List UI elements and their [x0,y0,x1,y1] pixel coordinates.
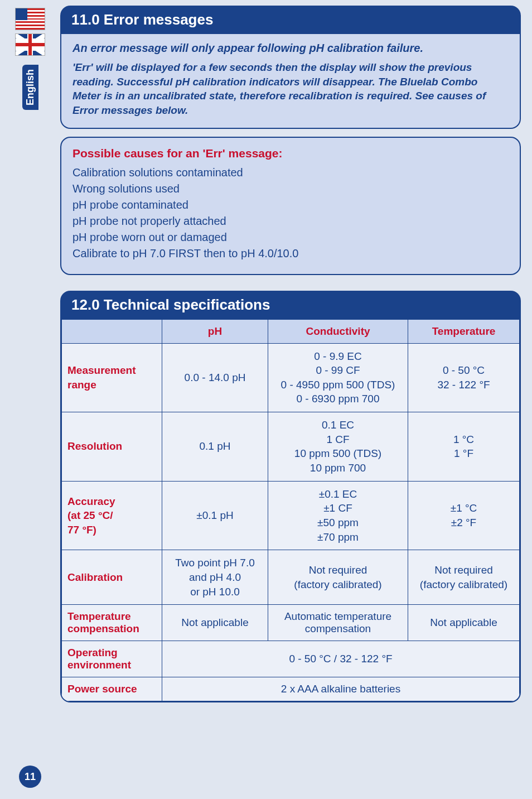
cell: 0.1 EC 1 CF 10 ppm 500 (TDS) 10 ppm 700 [268,412,408,482]
cell: 2 x AAA alkaline batteries [162,677,520,701]
cell: 1 °C 1 °F [408,412,520,482]
col-conductivity: Conductivity [268,319,408,343]
table-row: Calibration Two point pH 7.0 and pH 4.0 … [62,550,520,605]
table-row: Resolution 0.1 pH 0.1 EC 1 CF 10 ppm 500… [62,412,520,482]
table-header-row: pH Conductivity Temperature [62,319,520,343]
col-temperature: Temperature [408,319,520,343]
cell: 0.0 - 14.0 pH [162,343,268,412]
spec-table-wrap: pH Conductivity Temperature Measurement … [60,319,521,703]
cause-item: pH probe contaminated [72,197,509,213]
flag-us-icon [15,8,45,30]
table-row: Measurement range 0.0 - 14.0 pH 0 - 9.9 … [62,343,520,412]
cell: Not required (factory calibrated) [268,550,408,605]
cell: Not applicable [162,605,268,641]
cause-item: pH probe not properly attached [72,213,509,229]
table-row: Temperature compensation Not applicable … [62,605,520,641]
causes-box: Possible causes for an 'Err' message: Ca… [60,137,521,275]
table-row: Accuracy (at 25 °C/ 77 °F) ±0.1 pH ±0.1 … [62,481,520,550]
cause-item: Wrong solutions used [72,181,509,197]
cell: 0 - 50 °C 32 - 122 °F [408,343,520,412]
cell: 0 - 50 °C / 32 - 122 °F [162,641,520,677]
intro-title: An error message will only appear follow… [72,42,509,55]
intro-body: 'Err' will be displayed for a few second… [72,60,509,118]
col-blank [62,319,162,343]
table-row: Operating environment 0 - 50 °C / 32 - 1… [62,641,520,677]
row-label: Temperature compensation [62,605,162,641]
cell: Not required (factory calibrated) [408,550,520,605]
col-ph: pH [162,319,268,343]
causes-title: Possible causes for an 'Err' message: [72,147,509,160]
cause-item: Calibrate to pH 7.0 FIRST then to pH 4.0… [72,246,509,262]
row-label: Measurement range [62,343,162,412]
row-label: Calibration [62,550,162,605]
language-tab: English [22,65,38,110]
row-label: Power source [62,677,162,701]
cell: 0 - 9.9 EC 0 - 99 CF 0 - 4950 ppm 500 (T… [268,343,408,412]
section-12-heading: 12.0 Technical specifications [60,291,521,319]
causes-list: Calibration solutions contaminated Wrong… [72,165,509,262]
cell: ±0.1 pH [162,481,268,550]
flag-uk-icon [15,33,45,56]
row-label: Resolution [62,412,162,482]
sidebar: English 11 [0,0,60,799]
cell: ±1 °C ±2 °F [408,481,520,550]
section-11-intro-card: An error message will only appear follow… [60,34,521,129]
spec-table: pH Conductivity Temperature Measurement … [61,319,520,702]
table-row: Power source 2 x AAA alkaline batteries [62,677,520,701]
cause-item: Calibration solutions contaminated [72,165,509,181]
cell: Automatic temperature compensation [268,605,408,641]
row-label: Accuracy (at 25 °C/ 77 °F) [62,481,162,550]
section-11-heading: 11.0 Error messages [60,6,521,34]
cell: Two point pH 7.0 and pH 4.0 or pH 10.0 [162,550,268,605]
cell: ±0.1 EC ±1 CF ±50 ppm ±70 ppm [268,481,408,550]
main-content: 11.0 Error messages An error message wil… [60,6,521,702]
row-label: Operating environment [62,641,162,677]
cell: Not applicable [408,605,520,641]
cell: 0.1 pH [162,412,268,482]
page-number: 11 [19,766,41,788]
cause-item: pH probe worn out or damaged [72,229,509,246]
